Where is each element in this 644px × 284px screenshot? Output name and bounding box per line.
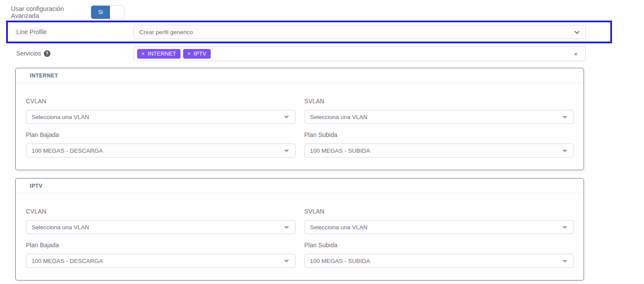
provisioning-form: Usar configuración Avanzada Si Line Prof… (0, 5, 644, 284)
servicios-label: Servicios (16, 50, 41, 57)
plan-bajada-value: 100 MEGAS - DESCARGA (32, 147, 103, 154)
plan-bajada-value: 100 MEGAS - DESCARGA (32, 258, 103, 264)
line-profile-row-highlight: Line Profile Crear perfil generico (6, 21, 612, 43)
remove-tag-icon[interactable]: × (188, 51, 191, 57)
field-group-svlan: SVLAN Selecciona una VLAN (304, 98, 574, 124)
field-group-plan-subida: Plan Subida 100 MEGAS - SUBIDA (304, 131, 574, 158)
servicios-multiselect[interactable]: × INTERNET × IPTV × (134, 46, 586, 61)
caret-down-icon (284, 116, 289, 119)
cvlan-select[interactable]: Selecciona una VLAN (26, 110, 296, 124)
advanced-config-label: Usar configuración Avanzada (11, 5, 91, 19)
line-profile-label: Line Profile (8, 28, 134, 35)
cvlan-label: CVLAN (26, 208, 296, 215)
field-group-plan-bajada: Plan Bajada 100 MEGAS - DESCARGA (26, 242, 296, 268)
clear-icon[interactable]: × (574, 51, 577, 57)
svlan-label: SVLAN (304, 98, 574, 105)
help-icon[interactable]: ? (44, 50, 50, 57)
field-group-cvlan: CVLAN Selecciona una VLAN (26, 98, 296, 124)
svlan-placeholder: Selecciona una VLAN (310, 224, 368, 231)
plan-subida-select[interactable]: 100 MEGAS - SUBIDA (304, 144, 574, 158)
caret-down-icon (284, 150, 289, 152)
cvlan-label: CVLAN (26, 98, 296, 105)
caret-down-icon (562, 226, 567, 229)
plan-subida-select[interactable]: 100 MEGAS - SUBIDA (304, 254, 574, 268)
tag-iptv[interactable]: × IPTV (183, 49, 211, 59)
plan-bajada-label: Plan Bajada (26, 131, 296, 138)
caret-down-icon (562, 150, 567, 152)
chevron-down-icon (574, 29, 579, 34)
svlan-select[interactable]: Selecciona una VLAN (304, 220, 574, 234)
service-card-internet: INTERNET CVLAN Selecciona una VLAN SVLAN… (15, 68, 584, 170)
line-profile-select[interactable]: Crear perfil generico (134, 25, 586, 39)
plan-bajada-label: Plan Bajada (26, 242, 296, 249)
line-profile-selected-value: Crear perfil generico (139, 29, 193, 35)
card-body: CVLAN Selecciona una VLAN SVLAN Seleccio… (16, 193, 584, 280)
card-body: CVLAN Selecciona una VLAN SVLAN Seleccio… (16, 83, 584, 170)
advanced-config-toggle[interactable]: Si (91, 5, 124, 19)
toggle-on-segment[interactable]: Si (91, 6, 110, 19)
plan-subida-label: Plan Subida (304, 131, 574, 138)
plan-bajada-select[interactable]: 100 MEGAS - DESCARGA (26, 254, 296, 268)
svlan-placeholder: Selecciona una VLAN (310, 114, 368, 120)
plan-subida-value: 100 MEGAS - SUBIDA (310, 147, 370, 154)
field-group-cvlan: CVLAN Selecciona una VLAN (26, 208, 296, 234)
servicios-label-group: Servicios ? (16, 46, 134, 57)
cvlan-placeholder: Selecciona una VLAN (32, 224, 89, 231)
caret-down-icon (562, 116, 567, 119)
tag-internet[interactable]: × INTERNET (137, 49, 180, 59)
plan-subida-value: 100 MEGAS - SUBIDA (310, 258, 370, 264)
toggle-off-segment[interactable] (110, 6, 124, 19)
plan-subida-label: Plan Subida (304, 242, 574, 249)
caret-down-icon (562, 260, 567, 263)
card-title: INTERNET (16, 68, 584, 83)
remove-tag-icon[interactable]: × (142, 51, 145, 57)
plan-bajada-select[interactable]: 100 MEGAS - DESCARGA (26, 144, 296, 158)
service-card-iptv: IPTV CVLAN Selecciona una VLAN SVLAN Sel… (15, 178, 584, 280)
tag-label: INTERNET (148, 50, 176, 57)
field-group-plan-subida: Plan Subida 100 MEGAS - SUBIDA (304, 242, 574, 268)
tag-label: IPTV (194, 50, 206, 57)
caret-down-icon (284, 226, 289, 229)
card-title: IPTV (16, 179, 584, 193)
cvlan-placeholder: Selecciona una VLAN (32, 114, 89, 120)
advanced-config-row: Usar configuración Avanzada Si (11, 5, 644, 19)
cvlan-select[interactable]: Selecciona una VLAN (26, 220, 296, 234)
caret-down-icon (284, 260, 289, 263)
svlan-select[interactable]: Selecciona una VLAN (304, 110, 574, 124)
svlan-label: SVLAN (304, 208, 574, 215)
field-group-svlan: SVLAN Selecciona una VLAN (304, 208, 574, 234)
field-group-plan-bajada: Plan Bajada 100 MEGAS - DESCARGA (26, 131, 296, 158)
servicios-row: Servicios ? × INTERNET × IPTV × (16, 46, 644, 61)
